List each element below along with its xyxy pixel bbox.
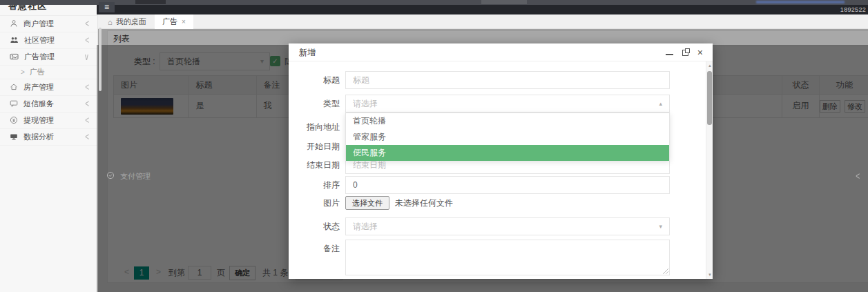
app-header: 1892522 bbox=[97, 5, 868, 14]
chevron-left-icon: < bbox=[85, 19, 89, 29]
sub-arrow-icon: > bbox=[21, 68, 25, 76]
people-icon bbox=[10, 36, 19, 46]
chevron-left-icon: < bbox=[856, 171, 860, 181]
chevron-left-icon: < bbox=[85, 35, 89, 46]
dropdown-arrow-icon: ▾ bbox=[659, 218, 662, 235]
close-tab-icon[interactable]: × bbox=[182, 18, 186, 26]
app-root: 智慧社区 商户管理 < 支付管理 < 社区管理 < 广告管理 ∨ bbox=[0, 0, 868, 292]
close-icon[interactable]: × bbox=[697, 48, 703, 57]
sidebar-item-merchant[interactable]: 商户管理 < bbox=[0, 16, 97, 32]
tab-label: 广告 bbox=[162, 17, 177, 27]
field-label-end-date: 结束日期 bbox=[289, 156, 340, 174]
tab-bar: ⌂ 我的桌面 广告 × bbox=[97, 14, 868, 29]
sidebar-item-sms[interactable]: 短信服务 < bbox=[0, 96, 97, 113]
sidebar-item-label: 广告管理 bbox=[24, 52, 55, 62]
home-outline-icon bbox=[10, 83, 18, 93]
sidebar-item-withdraw[interactable]: 提现管理 < bbox=[0, 113, 97, 129]
modal-scrollbar[interactable]: ▲ ▼ bbox=[706, 61, 713, 279]
sidebar-scrollbar[interactable] bbox=[99, 28, 102, 91]
sidebar-item-property[interactable]: 房产管理 < bbox=[0, 79, 97, 96]
scroll-up-icon[interactable]: ▲ bbox=[707, 64, 713, 68]
home-icon: ⌂ bbox=[108, 18, 113, 26]
coin-icon bbox=[10, 116, 18, 126]
scroll-down-icon[interactable]: ▼ bbox=[707, 273, 713, 277]
chevron-down-icon: ∨ bbox=[84, 52, 89, 62]
sidebar-item-label: 数据分析 bbox=[23, 132, 54, 142]
browser-remnant bbox=[756, 1, 845, 3]
type-dropdown-panel: 首页轮播 管家服务 便民服务 bbox=[345, 113, 670, 161]
field-label-type: 类型 bbox=[289, 95, 340, 113]
sidebar-item-analytics[interactable]: 数据分析 < bbox=[0, 129, 97, 146]
chevron-left-icon: < bbox=[85, 82, 89, 93]
sort-input[interactable] bbox=[345, 176, 670, 194]
monitor-icon bbox=[10, 133, 18, 142]
chevron-left-icon: < bbox=[85, 99, 89, 109]
status-select-placeholder: 请选择 bbox=[353, 218, 378, 235]
dropdown-option-butler[interactable]: 管家服务 bbox=[346, 129, 669, 145]
scrollbar-thumb[interactable] bbox=[707, 71, 712, 125]
modal-window-controls: × bbox=[666, 43, 703, 61]
dropdown-up-arrow-icon: ▴ bbox=[659, 95, 662, 112]
chevron-left-icon: < bbox=[85, 132, 89, 142]
field-label-url: 指向地址 bbox=[289, 118, 340, 136]
status-select[interactable]: 请选择 ▾ bbox=[345, 217, 670, 235]
field-label-remark: 备注 bbox=[289, 240, 340, 257]
remark-textarea[interactable] bbox=[345, 240, 670, 275]
type-select-placeholder: 请选择 bbox=[353, 95, 378, 112]
choose-file-button[interactable]: 选择文件 bbox=[345, 196, 389, 210]
check-circle-icon bbox=[106, 171, 115, 181]
field-label-title: 标题 bbox=[289, 71, 340, 89]
type-select[interactable]: 请选择 ▴ bbox=[345, 95, 670, 113]
sidebar-item-label: 提现管理 bbox=[23, 115, 54, 126]
dropdown-option-convenience[interactable]: 便民服务 bbox=[346, 145, 669, 161]
user-phone: 1892522 bbox=[840, 5, 866, 14]
browser-edge-strip bbox=[0, 0, 868, 5]
browser-remnant bbox=[481, 0, 527, 4]
maximize-icon[interactable] bbox=[682, 50, 688, 56]
browser-remnant bbox=[135, 0, 166, 4]
sidebar-subitem-ad[interactable]: > 广告 bbox=[0, 66, 97, 79]
modal-titlebar: 新增 × bbox=[289, 43, 713, 61]
image-icon bbox=[10, 52, 19, 62]
user-icon bbox=[10, 19, 18, 29]
sidebar-subitem-label: 广告 bbox=[30, 67, 45, 77]
title-input[interactable] bbox=[345, 71, 670, 89]
sidebar: 智慧社区 商户管理 < 支付管理 < 社区管理 < 广告管理 ∨ bbox=[0, 0, 98, 292]
sidebar-item-label: 短信服务 bbox=[23, 99, 54, 109]
sidebar-item-ads[interactable]: 广告管理 ∨ bbox=[0, 49, 97, 66]
sidebar-item-label: 商户管理 bbox=[23, 19, 54, 29]
hamburger-menu-icon[interactable]: ≡ bbox=[99, 2, 115, 12]
sidebar-item-label: 房产管理 bbox=[23, 82, 54, 93]
chevron-left-icon: < bbox=[85, 115, 89, 126]
field-label-image: 图片 bbox=[289, 196, 340, 210]
add-new-modal: 新增 × 标题 类型 请选择 ▴ 指向地址 开始日期 结束日期 排序 图片 选择… bbox=[289, 43, 713, 279]
sidebar-item-label: 社区管理 bbox=[24, 35, 55, 46]
field-label-status: 状态 bbox=[289, 217, 340, 235]
field-label-start-date: 开始日期 bbox=[289, 137, 340, 155]
file-status-text: 未选择任何文件 bbox=[395, 196, 453, 210]
minimize-icon[interactable] bbox=[666, 54, 673, 55]
field-label-sort: 排序 bbox=[289, 176, 340, 194]
sidebar-menu: 商户管理 < 支付管理 < 社区管理 < 广告管理 ∨ > 广告 bbox=[0, 15, 97, 146]
dropdown-option-carousel[interactable]: 首页轮播 bbox=[346, 113, 669, 129]
sidebar-item-community[interactable]: 社区管理 < bbox=[0, 32, 97, 49]
message-icon bbox=[10, 99, 18, 109]
sidebar-item-label: 支付管理 bbox=[120, 171, 151, 182]
tab-ad-active[interactable]: 广告 × bbox=[155, 14, 193, 29]
tab-my-desktop[interactable]: ⌂ 我的桌面 bbox=[102, 14, 155, 29]
tab-label: 我的桌面 bbox=[116, 17, 146, 27]
modal-title: 新增 bbox=[299, 43, 316, 61]
